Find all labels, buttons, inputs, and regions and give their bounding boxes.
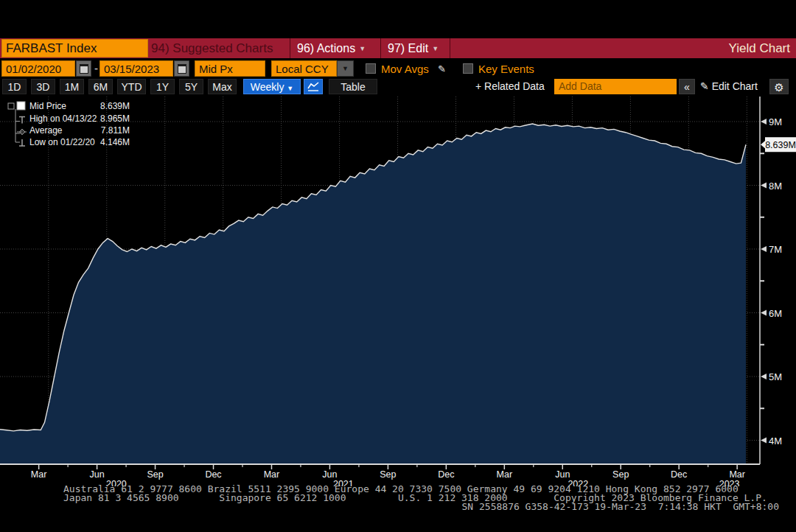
price-chart[interactable]: 9M8M7M6M5M4MMarJunSepDecMarJunSepDecMarJ… bbox=[0, 95, 796, 486]
pencil-icon[interactable]: ✎ bbox=[438, 60, 446, 78]
mov-avgs-checkbox[interactable] bbox=[366, 63, 376, 74]
chart-canvas: 9M8M7M6M5M4MMarJunSepDecMarJunSepDecMarJ… bbox=[0, 95, 796, 486]
svg-text:Dec: Dec bbox=[438, 469, 454, 480]
pencil-icon: ✎ bbox=[700, 80, 709, 92]
currency-dropdown-arrow[interactable]: ▼ bbox=[337, 60, 354, 77]
svg-text:Average: Average bbox=[29, 125, 63, 136]
chevron-down-icon: ▼ bbox=[287, 85, 293, 92]
svg-text:Dec: Dec bbox=[671, 469, 687, 480]
range-button-6m[interactable]: 6M bbox=[88, 79, 113, 94]
svg-text:6M: 6M bbox=[769, 308, 782, 319]
range-button-ytd[interactable]: YTD bbox=[117, 79, 146, 94]
calendar-glyph bbox=[80, 64, 88, 74]
actions-label: 96) Actions bbox=[297, 42, 355, 55]
key-events-label[interactable]: Key Events bbox=[478, 60, 534, 78]
frequency-label: Weekly bbox=[251, 81, 284, 93]
edit-chart-button[interactable]: ✎ Edit Chart bbox=[700, 79, 758, 94]
svg-text:Jun: Jun bbox=[322, 469, 337, 480]
svg-text:Dec: Dec bbox=[205, 469, 221, 480]
range-button-1m[interactable]: 1M bbox=[60, 79, 84, 94]
actions-menu-button[interactable]: 96) Actions▼ bbox=[297, 38, 366, 58]
chart-type-button[interactable] bbox=[304, 79, 323, 94]
settings-gear-button[interactable]: ⚙ bbox=[769, 79, 789, 94]
svg-text:Jun: Jun bbox=[555, 469, 570, 480]
mov-avgs-label[interactable]: Mov Avgs bbox=[381, 60, 429, 78]
edit-chart-label: Edit Chart bbox=[712, 80, 758, 92]
screen-title: Yield Chart bbox=[729, 38, 790, 58]
ticker-input[interactable]: FARBAST Index bbox=[1, 39, 148, 57]
add-data-input[interactable]: Add Data bbox=[554, 79, 677, 94]
calendar-icon[interactable] bbox=[76, 60, 91, 77]
svg-text:Sep: Sep bbox=[380, 469, 396, 480]
suggested-charts-button[interactable]: 94) Suggested Charts bbox=[151, 38, 273, 58]
frequency-select[interactable]: Weekly ▼ bbox=[243, 79, 301, 94]
date-from-input[interactable]: 01/02/2020 bbox=[1, 60, 75, 77]
svg-text:Mar: Mar bbox=[31, 469, 47, 480]
titlebar-divider bbox=[290, 38, 290, 58]
date-to-input[interactable]: 03/15/2023 bbox=[100, 60, 173, 77]
bloomberg-terminal-window: FARBAST Index 94) Suggested Charts 96) A… bbox=[0, 0, 796, 532]
price-field-input[interactable]: Mid Px bbox=[195, 60, 265, 77]
svg-text:9M: 9M bbox=[769, 116, 782, 127]
svg-text:8.639M: 8.639M bbox=[100, 101, 130, 111]
svg-text:Mar: Mar bbox=[497, 469, 513, 480]
titlebar-divider bbox=[380, 38, 381, 58]
svg-text:Mar: Mar bbox=[264, 469, 280, 480]
key-events-checkbox[interactable] bbox=[463, 63, 473, 74]
calendar-icon[interactable] bbox=[174, 60, 189, 77]
svg-text:Mid Price: Mid Price bbox=[29, 101, 66, 111]
chart-toolbar: 1D 3D 1M 6M YTD 1Y 5Y Max Weekly ▼ Table… bbox=[0, 78, 796, 95]
svg-text:Jun: Jun bbox=[90, 469, 105, 480]
footer-session-line: SN 2558876 G358-42-173 19-Mar-23 7:14:38… bbox=[0, 503, 779, 511]
currency-select[interactable]: Local CCY bbox=[271, 60, 337, 77]
table-button[interactable]: Table bbox=[329, 79, 377, 94]
svg-text:Sep: Sep bbox=[147, 469, 163, 480]
controls-row: 01/02/2020 - 03/15/2023 Mid Px Local CCY… bbox=[0, 60, 796, 78]
svg-text:4M: 4M bbox=[769, 435, 782, 447]
titlebar-divider bbox=[450, 38, 450, 58]
date-range-separator: - bbox=[94, 60, 98, 77]
svg-text:Mar: Mar bbox=[729, 469, 745, 480]
svg-text:4.146M: 4.146M bbox=[100, 137, 130, 147]
range-button-3d[interactable]: 3D bbox=[31, 79, 55, 94]
chevron-down-icon: ▼ bbox=[428, 45, 439, 52]
chevron-down-icon: ▼ bbox=[355, 45, 366, 52]
related-data-button[interactable]: + Related Data bbox=[475, 79, 545, 94]
svg-text:Sep: Sep bbox=[612, 469, 629, 480]
collapse-toolbar-button[interactable]: « bbox=[679, 79, 695, 94]
title-bar: FARBAST Index 94) Suggested Charts 96) A… bbox=[0, 38, 796, 58]
svg-text:7M: 7M bbox=[769, 244, 782, 255]
svg-text:Low on 01/22/20: Low on 01/22/20 bbox=[29, 137, 95, 147]
line-chart-icon bbox=[307, 81, 320, 92]
svg-text:8M: 8M bbox=[769, 181, 782, 192]
svg-text:5M: 5M bbox=[769, 371, 782, 382]
svg-text:8.965M: 8.965M bbox=[100, 113, 130, 124]
edit-label: 97) Edit bbox=[388, 42, 428, 55]
svg-text:7.811M: 7.811M bbox=[101, 125, 130, 136]
range-button-1d[interactable]: 1D bbox=[2, 79, 27, 94]
range-button-5y[interactable]: 5Y bbox=[179, 79, 203, 94]
calendar-glyph bbox=[178, 64, 186, 74]
svg-text:High on 04/13/22: High on 04/13/22 bbox=[29, 113, 97, 124]
svg-text:8.639M: 8.639M bbox=[765, 140, 796, 150]
range-button-max[interactable]: Max bbox=[208, 79, 237, 94]
range-button-1y[interactable]: 1Y bbox=[150, 79, 175, 94]
edit-menu-button[interactable]: 97) Edit▼ bbox=[388, 38, 439, 58]
